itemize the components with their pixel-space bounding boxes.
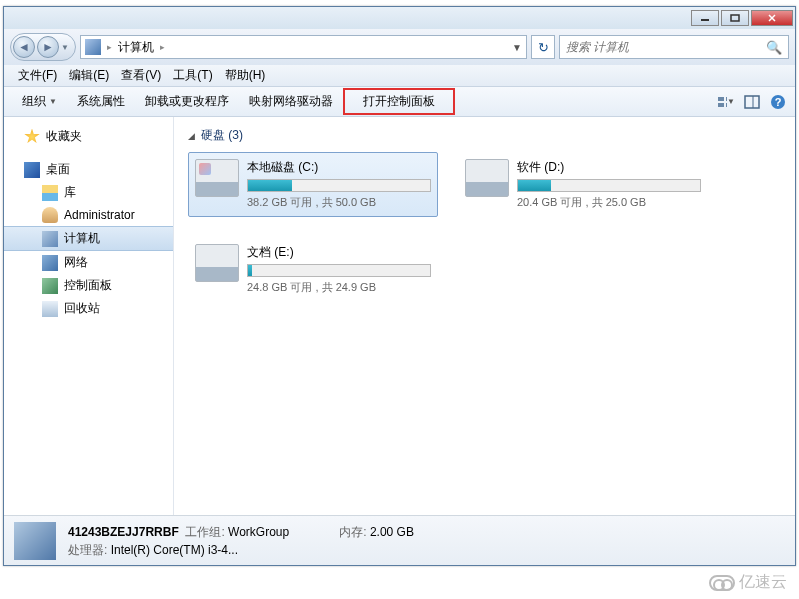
forward-button[interactable]: ►: [37, 36, 59, 58]
close-button[interactable]: [751, 10, 793, 26]
drives-list: 本地磁盘 (C:) 38.2 GB 可用 , 共 50.0 GB 软件 (D:)…: [188, 152, 781, 302]
sidebar-desktop[interactable]: 桌面: [4, 158, 173, 181]
sidebar-network[interactable]: 网络: [4, 251, 173, 274]
search-box[interactable]: 🔍: [559, 35, 789, 59]
section-header[interactable]: ◢ 硬盘 (3): [188, 127, 781, 144]
preview-pane-button[interactable]: [743, 93, 761, 111]
svg-rect-1: [731, 15, 739, 21]
navigation-pane: 收藏夹 桌面 库 Administrator 计算机 网络 控制面板 回收站: [4, 117, 174, 515]
drive-label: 软件 (D:): [517, 159, 701, 176]
drive-c[interactable]: 本地磁盘 (C:) 38.2 GB 可用 , 共 50.0 GB: [188, 152, 438, 217]
breadcrumb-arrow-icon: ▸: [107, 42, 112, 52]
capacity-bar: [247, 264, 431, 277]
computer-large-icon: [14, 522, 56, 560]
computer-icon: [85, 39, 101, 55]
recycle-bin-icon: [42, 301, 58, 317]
svg-rect-6: [718, 103, 724, 107]
star-icon: [24, 129, 40, 145]
desktop-icon: [24, 162, 40, 178]
details-pane: 41243BZEJJ7RRBF 工作组: WorkGroup 内存: 2.00 …: [4, 515, 795, 565]
maximize-button[interactable]: [721, 10, 749, 26]
chevron-down-icon: ▼: [49, 97, 57, 106]
address-dropdown-icon[interactable]: ▼: [512, 42, 522, 53]
content-area: 收藏夹 桌面 库 Administrator 计算机 网络 控制面板 回收站 ◢…: [4, 117, 795, 515]
computer-name: 41243BZEJJ7RRBF: [68, 525, 179, 539]
nav-arrows: ◄ ► ▼: [10, 33, 76, 61]
navigation-bar: ◄ ► ▼ ▸ 计算机 ▸ ▼ ↻ 🔍: [4, 29, 795, 65]
sidebar-administrator[interactable]: Administrator: [4, 204, 173, 226]
menu-help[interactable]: 帮助(H): [219, 65, 272, 86]
menu-edit[interactable]: 编辑(E): [63, 65, 115, 86]
drive-label: 文档 (E:): [247, 244, 431, 261]
address-bar[interactable]: ▸ 计算机 ▸ ▼: [80, 35, 527, 59]
user-icon: [42, 207, 58, 223]
network-icon: [42, 255, 58, 271]
sidebar-control-panel[interactable]: 控制面板: [4, 274, 173, 297]
drive-icon: [195, 244, 239, 282]
sidebar-favorites[interactable]: 收藏夹: [4, 125, 173, 148]
computer-icon: [42, 231, 58, 247]
drive-label: 本地磁盘 (C:): [247, 159, 431, 176]
map-network-drive-button[interactable]: 映射网络驱动器: [239, 89, 343, 114]
search-icon[interactable]: 🔍: [766, 40, 782, 55]
section-title: 硬盘 (3): [201, 127, 243, 144]
svg-rect-4: [718, 97, 724, 101]
system-properties-button[interactable]: 系统属性: [67, 89, 135, 114]
drive-stats: 20.4 GB 可用 , 共 25.0 GB: [517, 195, 701, 210]
watermark: 亿速云: [709, 572, 787, 593]
collapse-icon: ◢: [188, 131, 195, 141]
control-panel-icon: [42, 278, 58, 294]
search-input[interactable]: [566, 40, 766, 54]
explorer-window: ◄ ► ▼ ▸ 计算机 ▸ ▼ ↻ 🔍 文件(F) 编辑(E) 查看(V) 工具…: [3, 6, 796, 566]
drive-icon: [195, 159, 239, 197]
chevron-down-icon: ▼: [727, 97, 735, 106]
menu-tools[interactable]: 工具(T): [167, 65, 218, 86]
libraries-icon: [42, 185, 58, 201]
refresh-button[interactable]: ↻: [531, 35, 555, 59]
breadcrumb-arrow-icon[interactable]: ▸: [160, 42, 165, 52]
menu-view[interactable]: 查看(V): [115, 65, 167, 86]
drive-d[interactable]: 软件 (D:) 20.4 GB 可用 , 共 25.0 GB: [458, 152, 708, 217]
drive-e[interactable]: 文档 (E:) 24.8 GB 可用 , 共 24.9 GB: [188, 237, 438, 302]
view-options-button[interactable]: ▼: [717, 93, 735, 111]
open-control-panel-button[interactable]: 打开控制面板: [343, 88, 455, 115]
svg-rect-8: [745, 96, 759, 108]
titlebar: [4, 7, 795, 29]
watermark-icon: [709, 575, 735, 591]
organize-button[interactable]: 组织▼: [12, 89, 67, 114]
uninstall-programs-button[interactable]: 卸载或更改程序: [135, 89, 239, 114]
help-button[interactable]: ?: [769, 93, 787, 111]
sidebar-recycle-bin[interactable]: 回收站: [4, 297, 173, 320]
breadcrumb-location[interactable]: 计算机: [118, 39, 154, 56]
back-button[interactable]: ◄: [13, 36, 35, 58]
menu-file[interactable]: 文件(F): [12, 65, 63, 86]
menubar: 文件(F) 编辑(E) 查看(V) 工具(T) 帮助(H): [4, 65, 795, 87]
capacity-bar: [517, 179, 701, 192]
drive-icon: [465, 159, 509, 197]
main-pane: ◢ 硬盘 (3) 本地磁盘 (C:) 38.2 GB 可用 , 共 50.0 G…: [174, 117, 795, 515]
capacity-bar: [247, 179, 431, 192]
drive-stats: 38.2 GB 可用 , 共 50.0 GB: [247, 195, 431, 210]
svg-text:?: ?: [775, 96, 782, 108]
sidebar-computer[interactable]: 计算机: [4, 226, 173, 251]
drive-stats: 24.8 GB 可用 , 共 24.9 GB: [247, 280, 431, 295]
sidebar-libraries[interactable]: 库: [4, 181, 173, 204]
toolbar: 组织▼ 系统属性 卸载或更改程序 映射网络驱动器 打开控制面板 ▼ ?: [4, 87, 795, 117]
history-dropdown-icon[interactable]: ▼: [61, 43, 69, 52]
minimize-button[interactable]: [691, 10, 719, 26]
